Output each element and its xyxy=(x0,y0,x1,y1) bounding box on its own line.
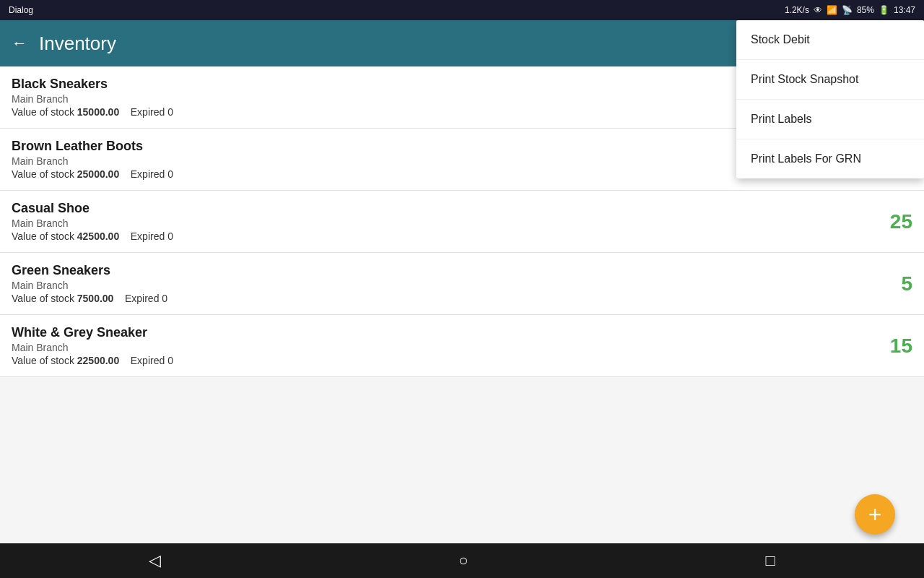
battery-level: 85% xyxy=(857,5,874,15)
app-name: Dialog xyxy=(9,5,33,15)
stock-label: Value of stock xyxy=(12,230,74,242)
battery-icon: 🔋 xyxy=(879,5,889,15)
menu-item-print-labels-grn[interactable]: Print Labels For GRN xyxy=(736,139,924,178)
eye-icon: 👁 xyxy=(814,5,822,15)
item-branch: Main Branch xyxy=(12,280,884,291)
expired-label: Expired xyxy=(131,106,165,118)
item-name: White & Grey Sneaker xyxy=(12,325,884,340)
stock-value: 25000.00 xyxy=(77,168,119,180)
item-stock: Value of stock 42500.00 Expired 0 xyxy=(12,230,884,242)
stock-label: Value of stock xyxy=(12,355,74,366)
expired-label: Expired xyxy=(125,293,159,304)
menu-item-print-stock-snapshot[interactable]: Print Stock Snapshot xyxy=(736,60,924,100)
menu-item-stock-debit[interactable]: Stock Debit xyxy=(736,20,924,60)
item-branch: Main Branch xyxy=(12,217,884,229)
item-stock: Value of stock 22500.00 Expired 0 xyxy=(12,355,884,366)
stock-value: 22500.00 xyxy=(77,355,119,366)
status-bar-right: 1.2K/s 👁 📶 📡 85% 🔋 13:47 xyxy=(785,5,915,15)
menu-item-print-labels[interactable]: Print Labels xyxy=(736,100,924,139)
add-inventory-button[interactable]: + xyxy=(855,494,895,535)
stock-label: Value of stock xyxy=(12,168,74,180)
expired-value: 0 xyxy=(167,106,173,118)
bottom-navigation: ◁ ○ □ xyxy=(0,543,924,578)
item-quantity: 15 xyxy=(884,335,912,358)
item-name: Casual Shoe xyxy=(12,201,884,216)
item-quantity: 25 xyxy=(884,210,912,233)
stock-label: Value of stock xyxy=(12,106,74,118)
stock-label: Value of stock xyxy=(12,293,74,304)
item-stock: Value of stock 7500.00 Expired 0 xyxy=(12,293,884,304)
expired-value: 0 xyxy=(167,168,173,180)
dropdown-menu: Stock Debit Print Stock Snapshot Print L… xyxy=(736,20,924,178)
clock: 13:47 xyxy=(894,5,915,15)
expired-value: 0 xyxy=(162,293,167,304)
item-branch: Main Branch xyxy=(12,342,884,353)
nav-recent-button[interactable]: □ xyxy=(766,551,775,570)
stock-value: 15000.00 xyxy=(77,106,119,118)
item-name: Green Sneakers xyxy=(12,263,884,278)
item-info: Casual Shoe Main Branch Value of stock 4… xyxy=(12,201,884,242)
expired-label: Expired xyxy=(131,230,165,242)
list-item[interactable]: White & Grey Sneaker Main Branch Value o… xyxy=(0,315,924,377)
stock-value: 7500.00 xyxy=(77,293,114,304)
signal-icon: 📡 xyxy=(842,5,853,15)
expired-value: 0 xyxy=(167,230,173,242)
status-bar-left: Dialog xyxy=(9,5,33,15)
status-bar: Dialog 1.2K/s 👁 📶 📡 85% 🔋 13:47 xyxy=(0,0,924,20)
nav-back-button[interactable]: ◁ xyxy=(149,551,161,570)
back-button[interactable]: ← xyxy=(12,34,27,53)
wifi-icon: 📶 xyxy=(827,5,837,15)
list-item[interactable]: Casual Shoe Main Branch Value of stock 4… xyxy=(0,191,924,253)
item-quantity: 5 xyxy=(884,272,912,296)
item-info: White & Grey Sneaker Main Branch Value o… xyxy=(12,325,884,366)
expired-value: 0 xyxy=(167,355,173,366)
list-item[interactable]: Green Sneakers Main Branch Value of stoc… xyxy=(0,253,924,315)
plus-icon: + xyxy=(868,503,882,526)
network-speed: 1.2K/s xyxy=(785,5,809,15)
page-title: Inventory xyxy=(39,33,116,55)
expired-label: Expired xyxy=(131,168,165,180)
item-info: Green Sneakers Main Branch Value of stoc… xyxy=(12,263,884,304)
stock-value: 42500.00 xyxy=(77,230,119,242)
expired-label: Expired xyxy=(131,355,165,366)
nav-home-button[interactable]: ○ xyxy=(458,551,468,570)
